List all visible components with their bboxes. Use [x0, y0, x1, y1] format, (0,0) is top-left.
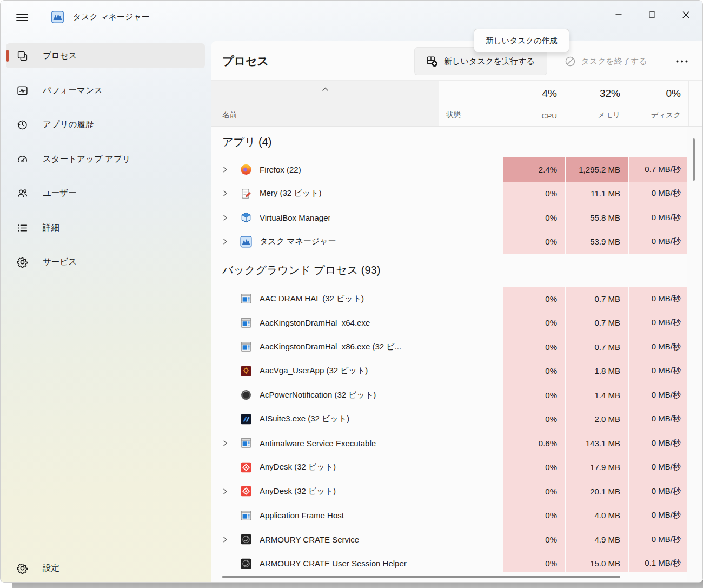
- exe-icon: [240, 510, 252, 521]
- toolbar-divider: [552, 53, 552, 70]
- hamburger-icon: [16, 13, 28, 22]
- disk-cell: 0 MB/秒: [628, 287, 688, 311]
- process-row[interactable]: Application Frame Host 0% 4.0 MB 0 MB/秒: [211, 504, 702, 528]
- sidebar-item-history[interactable]: アプリの履歴: [6, 113, 205, 137]
- process-row[interactable]: AacVga_UserApp (32 ビット) 0% 1.8 MB 0 MB/秒: [211, 359, 702, 384]
- startup-icon: [17, 154, 28, 165]
- cpu-cell: 0%: [502, 335, 565, 359]
- details-icon: [17, 222, 28, 234]
- expand-chevron-icon[interactable]: [222, 190, 236, 197]
- window-title: タスク マネージャー: [73, 12, 150, 22]
- exe-icon: [240, 317, 252, 329]
- performance-icon: [17, 85, 28, 96]
- disk-cell: 0 MB/秒: [628, 479, 688, 504]
- aisuite-icon: [240, 413, 252, 425]
- memory-cell: 1.4 MB: [565, 383, 628, 407]
- status-cell: [439, 527, 502, 552]
- memory-cell: 143.1 MB: [565, 431, 628, 455]
- table-header: 名前 状態 4% CPU 32% メモリ 0% ディスク: [211, 81, 702, 127]
- group-label: アプリ (4): [211, 127, 439, 157]
- process-row[interactable]: Firefox (22) 2.4% 1,295.2 MB 0.7 MB/秒: [211, 157, 702, 182]
- close-button[interactable]: [669, 1, 702, 29]
- process-name: Mery (32 ビット): [260, 188, 321, 199]
- disk-total: 0%: [666, 88, 681, 100]
- column-header-memory[interactable]: 32% メモリ: [565, 81, 628, 126]
- process-row[interactable]: AacKingstonDramHal_x86.exe (32 ビ... 0% 0…: [211, 335, 702, 359]
- process-name: ARMOURY CRATE Service: [260, 535, 359, 544]
- task-manager-app-icon: [51, 11, 64, 23]
- process-row[interactable]: Antimalware Service Executable 0.6% 143.…: [211, 431, 702, 455]
- status-cell: [439, 230, 502, 254]
- sidebar-item-settings[interactable]: 設定: [6, 556, 205, 580]
- run-new-task-label: 新しいタスクを実行する: [444, 56, 535, 67]
- column-header-disk[interactable]: 0% ディスク: [628, 81, 688, 126]
- ellipsis-icon: [676, 60, 688, 63]
- process-name: AnyDesk (32 ビット): [260, 462, 336, 472]
- status-cell: [439, 157, 502, 182]
- vertical-scrollbar-track[interactable]: [687, 127, 702, 582]
- anydesk-icon: [240, 485, 252, 497]
- sidebar-item-label: 詳細: [43, 222, 59, 234]
- sidebar-item-startup[interactable]: スタートアップ アプリ: [6, 147, 205, 171]
- memory-total: 32%: [600, 88, 620, 100]
- column-header-name[interactable]: 名前: [211, 81, 439, 126]
- process-row[interactable]: AISuite3.exe (32 ビット) 0% 2.0 MB 0 MB/秒: [211, 407, 702, 432]
- horizontal-scrollbar-thumb[interactable]: [222, 576, 620, 578]
- maximize-button[interactable]: [635, 1, 669, 29]
- process-row[interactable]: タスク マネージャー 0% 53.9 MB 0 MB/秒: [211, 230, 702, 254]
- process-row[interactable]: VirtualBox Manager 0% 55.8 MB 0 MB/秒: [211, 206, 702, 230]
- status-cell: [439, 311, 502, 335]
- sidebar-item-services[interactable]: サービス: [6, 250, 205, 275]
- expand-chevron-icon: [222, 343, 236, 351]
- expand-chevron-icon[interactable]: [222, 214, 236, 221]
- process-row[interactable]: AacKingstonDramHal_x64.exe 0% 0.7 MB 0 M…: [211, 311, 702, 335]
- expand-chevron-icon[interactable]: [222, 536, 236, 543]
- task-manager-screen: タスク マネージャー プロセス パフォーマンス アプリの履歴 スタートアップ ア: [0, 0, 703, 588]
- sidebar-item-performance[interactable]: パフォーマンス: [6, 78, 205, 103]
- expand-chevron-icon[interactable]: [222, 488, 236, 495]
- disk-cell: 0 MB/秒: [628, 504, 688, 528]
- taskmgr-icon: [240, 236, 252, 248]
- cpu-cell: 0%: [502, 527, 565, 552]
- process-row[interactable]: Mery (32 ビット) 0% 11.1 MB 0 MB/秒: [211, 182, 702, 206]
- expand-chevron-icon: [222, 367, 236, 374]
- process-row[interactable]: AcPowerNotification (32 ビット) 0% 1.4 MB 0…: [211, 383, 702, 407]
- status-cell: [439, 504, 502, 528]
- process-row[interactable]: AAC DRAM HAL (32 ビット) 0% 0.7 MB 0 MB/秒: [211, 287, 702, 311]
- process-row[interactable]: AnyDesk (32 ビット) 0% 20.1 MB 0 MB/秒: [211, 479, 702, 504]
- minimize-button[interactable]: [602, 1, 635, 29]
- column-header-cpu[interactable]: 4% CPU: [502, 81, 565, 126]
- group-label: バックグラウンド プロセス (93): [211, 254, 439, 287]
- disk-cell: 0 MB/秒: [628, 527, 688, 552]
- process-name: タスク マネージャー: [260, 236, 336, 247]
- process-row[interactable]: AnyDesk (32 ビット) 0% 17.9 MB 0 MB/秒: [211, 455, 702, 480]
- cpu-cell: 0.6%: [502, 431, 565, 455]
- expand-chevron-icon[interactable]: [222, 238, 236, 245]
- sidebar-item-label: スタートアップ アプリ: [43, 154, 131, 165]
- sidebar-item-users[interactable]: ユーザー: [6, 181, 205, 206]
- services-icon: [17, 256, 28, 268]
- memory-cell: 1,295.2 MB: [565, 157, 628, 182]
- sidebar-item-details[interactable]: 詳細: [6, 215, 205, 240]
- cpu-cell: 0%: [502, 206, 565, 230]
- process-name: AacKingstonDramHal_x64.exe: [260, 318, 370, 327]
- sidebar-item-label: 設定: [43, 563, 59, 574]
- group-header-row[interactable]: アプリ (4): [211, 127, 702, 157]
- memory-cell: 17.9 MB: [565, 455, 628, 480]
- sidebar-item-processes[interactable]: プロセス: [6, 43, 205, 68]
- expand-chevron-icon[interactable]: [222, 440, 236, 447]
- sidebar-item-label: プロセス: [43, 50, 77, 62]
- vertical-scrollbar-thumb[interactable]: [693, 138, 695, 181]
- maximize-icon: [649, 11, 655, 18]
- processes-icon: [17, 50, 28, 62]
- end-task-button[interactable]: タスクを終了する: [560, 47, 652, 75]
- group-header-row[interactable]: バックグラウンド プロセス (93): [211, 254, 702, 287]
- hamburger-menu-button[interactable]: [11, 8, 33, 27]
- memory-cell: 0.7 MB: [565, 335, 628, 359]
- armoury-icon: [240, 558, 252, 570]
- process-name: Application Frame Host: [260, 511, 344, 520]
- expand-chevron-icon[interactable]: [222, 166, 236, 173]
- process-row[interactable]: ARMOURY CRATE Service 0% 4.9 MB 0 MB/秒: [211, 527, 702, 552]
- more-options-button[interactable]: [670, 50, 694, 72]
- column-header-status[interactable]: 状態: [439, 81, 502, 126]
